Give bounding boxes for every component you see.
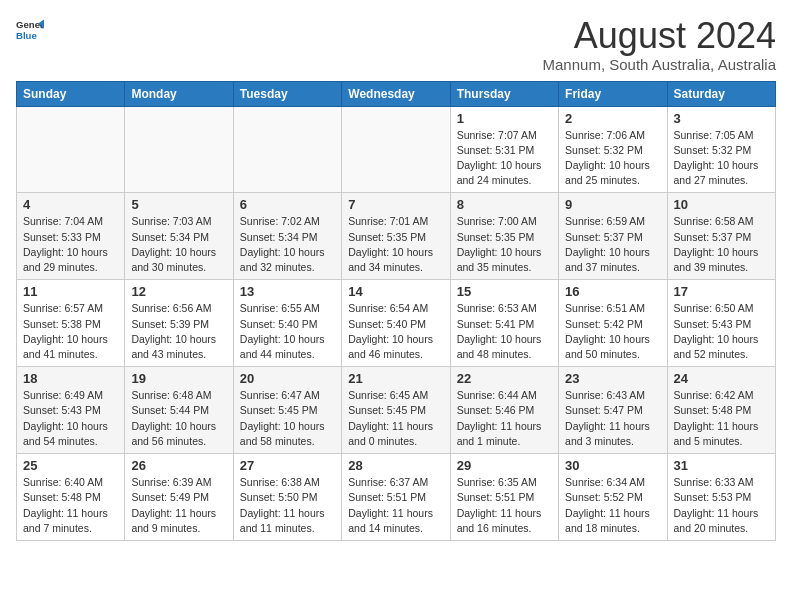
day-number: 8 bbox=[457, 197, 552, 212]
week-row-1: 1Sunrise: 7:07 AMSunset: 5:31 PMDaylight… bbox=[17, 106, 776, 193]
day-number: 9 bbox=[565, 197, 660, 212]
calendar-cell: 7Sunrise: 7:01 AMSunset: 5:35 PMDaylight… bbox=[342, 193, 450, 280]
day-info: Sunrise: 6:44 AMSunset: 5:46 PMDaylight:… bbox=[457, 388, 552, 449]
day-info: Sunrise: 7:06 AMSunset: 5:32 PMDaylight:… bbox=[565, 128, 660, 189]
day-number: 10 bbox=[674, 197, 769, 212]
calendar-cell: 5Sunrise: 7:03 AMSunset: 5:34 PMDaylight… bbox=[125, 193, 233, 280]
day-number: 6 bbox=[240, 197, 335, 212]
day-info: Sunrise: 6:35 AMSunset: 5:51 PMDaylight:… bbox=[457, 475, 552, 536]
day-info: Sunrise: 6:47 AMSunset: 5:45 PMDaylight:… bbox=[240, 388, 335, 449]
day-info: Sunrise: 6:54 AMSunset: 5:40 PMDaylight:… bbox=[348, 301, 443, 362]
calendar-cell: 21Sunrise: 6:45 AMSunset: 5:45 PMDayligh… bbox=[342, 367, 450, 454]
calendar-cell bbox=[342, 106, 450, 193]
day-number: 18 bbox=[23, 371, 118, 386]
day-info: Sunrise: 6:42 AMSunset: 5:48 PMDaylight:… bbox=[674, 388, 769, 449]
day-info: Sunrise: 6:58 AMSunset: 5:37 PMDaylight:… bbox=[674, 214, 769, 275]
day-info: Sunrise: 7:07 AMSunset: 5:31 PMDaylight:… bbox=[457, 128, 552, 189]
calendar-cell: 26Sunrise: 6:39 AMSunset: 5:49 PMDayligh… bbox=[125, 454, 233, 541]
day-number: 11 bbox=[23, 284, 118, 299]
day-info: Sunrise: 6:56 AMSunset: 5:39 PMDaylight:… bbox=[131, 301, 226, 362]
day-info: Sunrise: 6:45 AMSunset: 5:45 PMDaylight:… bbox=[348, 388, 443, 449]
day-number: 23 bbox=[565, 371, 660, 386]
day-info: Sunrise: 6:43 AMSunset: 5:47 PMDaylight:… bbox=[565, 388, 660, 449]
day-info: Sunrise: 7:02 AMSunset: 5:34 PMDaylight:… bbox=[240, 214, 335, 275]
day-number: 5 bbox=[131, 197, 226, 212]
calendar-cell: 9Sunrise: 6:59 AMSunset: 5:37 PMDaylight… bbox=[559, 193, 667, 280]
day-header-wednesday: Wednesday bbox=[342, 81, 450, 106]
day-number: 21 bbox=[348, 371, 443, 386]
day-number: 2 bbox=[565, 111, 660, 126]
day-info: Sunrise: 6:59 AMSunset: 5:37 PMDaylight:… bbox=[565, 214, 660, 275]
day-header-monday: Monday bbox=[125, 81, 233, 106]
calendar-cell: 1Sunrise: 7:07 AMSunset: 5:31 PMDaylight… bbox=[450, 106, 558, 193]
day-info: Sunrise: 6:37 AMSunset: 5:51 PMDaylight:… bbox=[348, 475, 443, 536]
day-number: 4 bbox=[23, 197, 118, 212]
calendar-cell: 31Sunrise: 6:33 AMSunset: 5:53 PMDayligh… bbox=[667, 454, 775, 541]
day-number: 17 bbox=[674, 284, 769, 299]
day-info: Sunrise: 6:38 AMSunset: 5:50 PMDaylight:… bbox=[240, 475, 335, 536]
day-info: Sunrise: 7:03 AMSunset: 5:34 PMDaylight:… bbox=[131, 214, 226, 275]
day-number: 16 bbox=[565, 284, 660, 299]
calendar-cell: 6Sunrise: 7:02 AMSunset: 5:34 PMDaylight… bbox=[233, 193, 341, 280]
day-header-thursday: Thursday bbox=[450, 81, 558, 106]
day-number: 31 bbox=[674, 458, 769, 473]
calendar-cell bbox=[17, 106, 125, 193]
day-number: 3 bbox=[674, 111, 769, 126]
day-number: 24 bbox=[674, 371, 769, 386]
day-number: 22 bbox=[457, 371, 552, 386]
calendar-cell: 23Sunrise: 6:43 AMSunset: 5:47 PMDayligh… bbox=[559, 367, 667, 454]
calendar-cell: 22Sunrise: 6:44 AMSunset: 5:46 PMDayligh… bbox=[450, 367, 558, 454]
day-number: 1 bbox=[457, 111, 552, 126]
day-header-saturday: Saturday bbox=[667, 81, 775, 106]
day-number: 20 bbox=[240, 371, 335, 386]
calendar-cell bbox=[233, 106, 341, 193]
day-info: Sunrise: 7:00 AMSunset: 5:35 PMDaylight:… bbox=[457, 214, 552, 275]
calendar-cell: 13Sunrise: 6:55 AMSunset: 5:40 PMDayligh… bbox=[233, 280, 341, 367]
day-number: 7 bbox=[348, 197, 443, 212]
day-number: 30 bbox=[565, 458, 660, 473]
day-info: Sunrise: 7:01 AMSunset: 5:35 PMDaylight:… bbox=[348, 214, 443, 275]
day-number: 12 bbox=[131, 284, 226, 299]
calendar-cell: 30Sunrise: 6:34 AMSunset: 5:52 PMDayligh… bbox=[559, 454, 667, 541]
day-info: Sunrise: 6:53 AMSunset: 5:41 PMDaylight:… bbox=[457, 301, 552, 362]
day-number: 27 bbox=[240, 458, 335, 473]
calendar-cell bbox=[125, 106, 233, 193]
calendar-cell: 10Sunrise: 6:58 AMSunset: 5:37 PMDayligh… bbox=[667, 193, 775, 280]
calendar-cell: 28Sunrise: 6:37 AMSunset: 5:51 PMDayligh… bbox=[342, 454, 450, 541]
day-number: 19 bbox=[131, 371, 226, 386]
logo: General Blue bbox=[16, 16, 44, 44]
day-number: 13 bbox=[240, 284, 335, 299]
day-number: 26 bbox=[131, 458, 226, 473]
day-number: 15 bbox=[457, 284, 552, 299]
calendar-cell: 16Sunrise: 6:51 AMSunset: 5:42 PMDayligh… bbox=[559, 280, 667, 367]
calendar-cell: 18Sunrise: 6:49 AMSunset: 5:43 PMDayligh… bbox=[17, 367, 125, 454]
calendar-cell: 3Sunrise: 7:05 AMSunset: 5:32 PMDaylight… bbox=[667, 106, 775, 193]
day-info: Sunrise: 6:57 AMSunset: 5:38 PMDaylight:… bbox=[23, 301, 118, 362]
calendar-cell: 24Sunrise: 6:42 AMSunset: 5:48 PMDayligh… bbox=[667, 367, 775, 454]
day-info: Sunrise: 6:50 AMSunset: 5:43 PMDaylight:… bbox=[674, 301, 769, 362]
calendar-cell: 27Sunrise: 6:38 AMSunset: 5:50 PMDayligh… bbox=[233, 454, 341, 541]
day-info: Sunrise: 6:55 AMSunset: 5:40 PMDaylight:… bbox=[240, 301, 335, 362]
logo-icon: General Blue bbox=[16, 16, 44, 44]
day-info: Sunrise: 7:05 AMSunset: 5:32 PMDaylight:… bbox=[674, 128, 769, 189]
week-row-3: 11Sunrise: 6:57 AMSunset: 5:38 PMDayligh… bbox=[17, 280, 776, 367]
calendar-table: SundayMondayTuesdayWednesdayThursdayFrid… bbox=[16, 81, 776, 541]
day-info: Sunrise: 6:34 AMSunset: 5:52 PMDaylight:… bbox=[565, 475, 660, 536]
day-info: Sunrise: 6:49 AMSunset: 5:43 PMDaylight:… bbox=[23, 388, 118, 449]
day-number: 25 bbox=[23, 458, 118, 473]
day-number: 29 bbox=[457, 458, 552, 473]
calendar-cell: 20Sunrise: 6:47 AMSunset: 5:45 PMDayligh… bbox=[233, 367, 341, 454]
calendar-cell: 25Sunrise: 6:40 AMSunset: 5:48 PMDayligh… bbox=[17, 454, 125, 541]
page-title: August 2024 bbox=[543, 16, 776, 56]
week-row-5: 25Sunrise: 6:40 AMSunset: 5:48 PMDayligh… bbox=[17, 454, 776, 541]
day-number: 14 bbox=[348, 284, 443, 299]
calendar-cell: 19Sunrise: 6:48 AMSunset: 5:44 PMDayligh… bbox=[125, 367, 233, 454]
calendar-cell: 4Sunrise: 7:04 AMSunset: 5:33 PMDaylight… bbox=[17, 193, 125, 280]
title-block: August 2024 Mannum, South Australia, Aus… bbox=[543, 16, 776, 73]
day-header-friday: Friday bbox=[559, 81, 667, 106]
days-header-row: SundayMondayTuesdayWednesdayThursdayFrid… bbox=[17, 81, 776, 106]
calendar-cell: 8Sunrise: 7:00 AMSunset: 5:35 PMDaylight… bbox=[450, 193, 558, 280]
day-header-sunday: Sunday bbox=[17, 81, 125, 106]
svg-text:Blue: Blue bbox=[16, 30, 37, 41]
week-row-2: 4Sunrise: 7:04 AMSunset: 5:33 PMDaylight… bbox=[17, 193, 776, 280]
